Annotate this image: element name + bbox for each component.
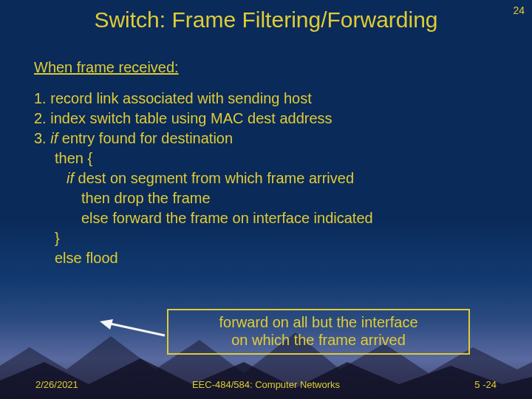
inner-then-line: then drop the frame xyxy=(81,188,492,208)
step-2: 2. index switch table using MAC dest add… xyxy=(34,109,492,129)
outer-else-line: else flood xyxy=(55,248,492,268)
inner-else-rest: forward the frame on interface indicated xyxy=(109,210,373,226)
keyword-else-inner: else xyxy=(81,210,109,226)
footer-course: EEC-484/584: Computer Networks xyxy=(0,379,532,390)
outer-else-rest: flood xyxy=(82,250,118,266)
step-3-rest: entry found for destination xyxy=(58,130,233,146)
inner-then-rest: drop the frame xyxy=(110,190,211,206)
keyword-if-inner: if xyxy=(66,170,74,186)
slide-title: Switch: Frame Filtering/Forwarding xyxy=(0,7,532,33)
close-brace: } xyxy=(55,228,492,248)
callout-line-1: forward on all but the interface xyxy=(174,313,463,331)
step-3-num: 3. xyxy=(34,130,50,146)
callout-arrow-icon xyxy=(100,319,166,340)
slide-body: 1. record link associated with sending h… xyxy=(34,89,492,268)
flood-callout: forward on all but the interface on whic… xyxy=(167,309,470,355)
section-heading: When frame received: xyxy=(34,59,179,76)
step-3: 3. if entry found for destination xyxy=(34,129,492,149)
step-1: 1. record link associated with sending h… xyxy=(34,89,492,109)
svg-line-0 xyxy=(110,324,165,335)
svg-marker-1 xyxy=(100,319,113,330)
inner-if-rest: dest on segment from which frame arrived xyxy=(74,170,354,186)
inner-else-line: else forward the frame on interface indi… xyxy=(81,208,492,228)
keyword-then-inner: then xyxy=(81,190,110,206)
keyword-else-outer: else xyxy=(55,250,82,266)
slide: 24 Switch: Frame Filtering/Forwarding Wh… xyxy=(0,0,532,399)
callout-line-2: on which the frame arrived xyxy=(174,331,463,349)
footer-page: 5 -24 xyxy=(474,379,497,390)
inner-if-line: if dest on segment from which frame arri… xyxy=(66,168,492,188)
then-open: then { xyxy=(55,149,492,168)
keyword-if: if xyxy=(50,130,58,146)
